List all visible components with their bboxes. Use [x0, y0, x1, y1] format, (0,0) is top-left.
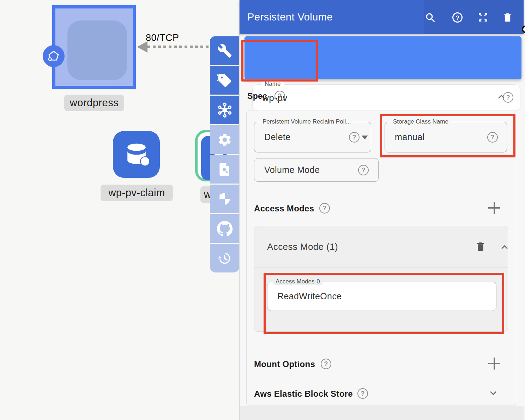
access-modes-help-icon[interactable] [319, 203, 330, 214]
access-mode-delete-button[interactable] [475, 241, 486, 254]
reclaim-policy-help-icon[interactable] [349, 132, 360, 143]
reclaim-policy-value: Delete [264, 122, 291, 152]
access-mode-card-title: Access Mode (1) [267, 226, 338, 268]
edge-port-label: 80/TCP [146, 32, 179, 43]
wordpress-node[interactable] [52, 5, 136, 89]
properties-panel: Persistent Volume ? [239, 0, 523, 420]
volume-mode-field[interactable]: Volume Mode [254, 158, 379, 182]
tags-tool-button[interactable] [210, 66, 239, 95]
pod-icon [43, 45, 65, 67]
hub-icon [217, 102, 233, 118]
aws-ebs-expand-button[interactable] [488, 388, 498, 400]
storage-class-help-icon[interactable] [487, 132, 498, 143]
search-button[interactable] [424, 11, 436, 24]
name-field-container: Name wp-pv [245, 36, 521, 79]
edge-arrowhead-icon [137, 41, 147, 53]
question-badge-icon [140, 156, 150, 166]
wordpress-node-inner [67, 20, 127, 80]
trash-icon [502, 12, 513, 23]
wordpress-node-label: wordpress [64, 95, 124, 111]
github-icon [217, 221, 233, 237]
dropdown-arrow-icon[interactable] [362, 136, 368, 139]
shield-tool-button[interactable] [210, 185, 239, 213]
tags-icon [217, 73, 233, 88]
settings-tool-button[interactable] [210, 125, 239, 154]
wrench-tool-button[interactable] [210, 36, 239, 65]
storage-class-value: manual [395, 122, 424, 152]
add-access-mode-button[interactable] [488, 202, 500, 214]
app-canvas: wordpress 80/TCP wp-pv-claim w [0, 0, 525, 420]
hub-tool-button[interactable] [210, 96, 239, 124]
shield-icon [217, 191, 233, 207]
card-separator [254, 268, 508, 268]
access-mode-card: Access Mode (1) Access Modes-0 ReadWrite… [254, 226, 508, 332]
side-toolbar [210, 36, 239, 274]
history-tool-button[interactable] [210, 244, 239, 272]
access-mode-collapse-button[interactable] [500, 242, 509, 253]
aws-ebs-heading: Aws Elastic Block Store [254, 389, 353, 399]
doc-search-tool-button[interactable] [210, 155, 239, 184]
chevron-down-icon [488, 388, 498, 398]
trash-icon [475, 241, 486, 252]
gear-icon [217, 132, 233, 148]
chevron-up-icon [500, 242, 509, 252]
spec-help-icon[interactable] [274, 91, 285, 101]
github-tool-button[interactable] [210, 214, 239, 243]
history-icon [217, 251, 233, 266]
pv-claim-node-label: wp-pv-claim [101, 185, 173, 201]
access-mode-entry-field[interactable]: Access Modes-0 ReadWriteOnce [267, 282, 496, 311]
name-input[interactable] [252, 84, 520, 111]
reclaim-policy-field[interactable]: Persistent Volume Reclaim Poli... Delete [254, 122, 371, 152]
panel-footer-area [240, 406, 524, 420]
help-button[interactable]: ? [451, 11, 464, 24]
spec-collapse-button[interactable] [496, 92, 506, 103]
edge-dotted-line [147, 46, 210, 48]
svg-text:?: ? [455, 14, 459, 21]
panel-header: Persistent Volume ? [240, 0, 524, 34]
mount-options-heading: Mount Options [254, 359, 315, 369]
panel-title: Persistent Volume [247, 0, 333, 34]
doc-search-icon [217, 162, 233, 177]
expand-button[interactable] [477, 11, 489, 24]
add-mount-option-button[interactable] [488, 358, 500, 370]
chevron-up-icon [496, 92, 506, 102]
search-icon [424, 12, 436, 23]
mount-options-help-icon[interactable] [321, 359, 331, 369]
wrench-icon [217, 43, 232, 58]
aws-ebs-help-icon[interactable] [357, 388, 368, 399]
help-icon: ? [452, 12, 463, 23]
pv-claim-node[interactable] [113, 131, 160, 178]
access-modes-heading: Access Modes [254, 204, 314, 214]
expand-icon [477, 12, 489, 23]
delete-button[interactable] [501, 11, 514, 24]
storage-class-field[interactable]: Storage Class Name manual [385, 122, 507, 152]
access-mode-entry-value: ReadWriteOnce [277, 282, 342, 311]
volume-mode-help-icon[interactable] [358, 165, 369, 175]
spec-heading: Spec [247, 91, 267, 101]
volume-mode-label: Volume Mode [264, 158, 320, 181]
